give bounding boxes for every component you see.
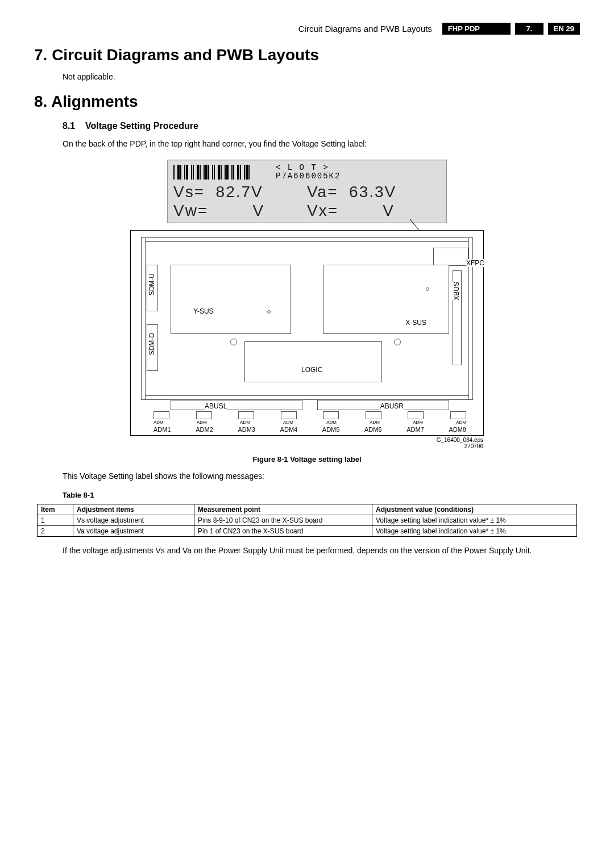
sdmu-label: SDM-U	[148, 273, 156, 295]
after-figure-text: This Voltage Setting label shows the fol…	[63, 471, 580, 481]
figure-caption: Figure 8-1 Voltage setting label	[252, 455, 361, 464]
left-rail	[141, 237, 146, 400]
ysus-board	[171, 265, 291, 334]
pdp-back-diagram: XFPC XBUS SDM-U SDM-D Y-SUS X-SUS LOGIC …	[130, 230, 484, 436]
footnote: If the voltage adjustments Vs and Va on …	[63, 546, 551, 555]
vx-key: Vx=	[307, 202, 338, 219]
model-box: FHP PDP	[442, 23, 511, 35]
adm8-label: ADM8	[449, 426, 466, 433]
bottom-rail	[141, 395, 473, 400]
lot-value: P7A606005K2	[276, 172, 341, 181]
section7-body: Not applicable.	[63, 72, 580, 81]
top-rail	[141, 237, 473, 242]
vx-value: V	[383, 202, 395, 219]
xsus-label: X-SUS	[405, 319, 426, 327]
adm7-label: ADM7	[406, 426, 424, 433]
adm2-label: ADM2	[196, 426, 213, 433]
adm-box-row	[154, 411, 466, 419]
table-row: 2 Va voltage adjustment Pin 1 of CN23 on…	[38, 525, 577, 536]
table-row: 1 Vs voltage adjustment Pins 8-9-10 of C…	[38, 515, 577, 525]
adm3-label: ADM3	[238, 426, 255, 433]
section7-title: 7. Circuit Diagrams and PWB Layouts	[34, 46, 580, 64]
breadcrumb: Circuit Diagrams and PWB Layouts	[298, 24, 432, 34]
table-header-row: Item Adjustment items Measurement point …	[38, 504, 577, 515]
va-value: 63.3V	[349, 183, 396, 201]
section-no-box: 7.	[515, 23, 544, 35]
adjustment-table: Item Adjustment items Measurement point …	[37, 504, 577, 537]
subsection-8-1: 8.1 Voltage Setting Procedure	[63, 121, 580, 131]
ysus-label: Y-SUS	[193, 307, 214, 315]
section8-title: 8. Alignments	[34, 93, 580, 111]
page-header: Circuit Diagrams and PWB Layouts FHP PDP…	[34, 23, 580, 35]
vw-key: Vw=	[173, 202, 208, 219]
col-adj-value: Adjustment value (conditions)	[372, 504, 577, 515]
col-item: Item	[38, 504, 73, 515]
vs-key: Vs=	[173, 183, 205, 201]
lot-area: < L O T > P7A606005K2	[276, 164, 341, 181]
abusr-label: ABUSR	[380, 402, 404, 410]
eps-filename-note: G_16400_034.eps 270706	[131, 437, 483, 449]
adm-label-row: ADM1 ADM2 ADM3 ADM4 ADM5 ADM6 ADM7 ADM8	[154, 426, 466, 433]
page-code-box: EN 29	[548, 23, 580, 35]
xfpc-board	[433, 248, 468, 266]
abusl-label: ABUSL	[205, 402, 227, 410]
vs-value: 82.7V	[216, 183, 263, 201]
va-key: Va=	[307, 183, 338, 201]
logic-label: LOGIC	[301, 366, 322, 374]
voltage-setting-label: < L O T > P7A606005K2 Vs= 82.7V Va= 63.3…	[167, 160, 447, 223]
lot-tag: < L O T >	[276, 164, 341, 172]
subsection-number: 8.1	[63, 121, 75, 131]
adm6-label: ADM6	[364, 426, 382, 433]
barcode-icon	[173, 165, 270, 180]
table-caption: Table 8-1	[63, 491, 580, 499]
adm5-label: ADM5	[322, 426, 340, 433]
sdmd-label: SDM-D	[148, 333, 156, 355]
vw-value: V	[252, 202, 264, 219]
eps-file: G_16400_034.eps	[131, 437, 483, 443]
adm-tiny-row: ADMADMADMADMADMADMADMADM	[154, 420, 466, 425]
col-adj-items: Adjustment items	[73, 504, 194, 515]
xbus-label: XBUS	[453, 282, 460, 301]
subsection-intro: On the back of the PDP, in the top right…	[63, 139, 580, 148]
xsus-board	[323, 265, 449, 334]
subsection-title: Voltage Setting Procedure	[85, 121, 198, 131]
adm4-label: ADM4	[280, 426, 298, 433]
abusl-board	[171, 400, 302, 410]
adm1-label: ADM1	[154, 426, 171, 433]
xfpc-label: XFPC	[466, 259, 484, 267]
col-meas-point: Measurement point	[194, 504, 372, 515]
figure-8-1: < L O T > P7A606005K2 Vs= 82.7V Va= 63.3…	[34, 160, 580, 464]
logic-board	[244, 341, 382, 382]
eps-date: 270706	[131, 443, 483, 449]
